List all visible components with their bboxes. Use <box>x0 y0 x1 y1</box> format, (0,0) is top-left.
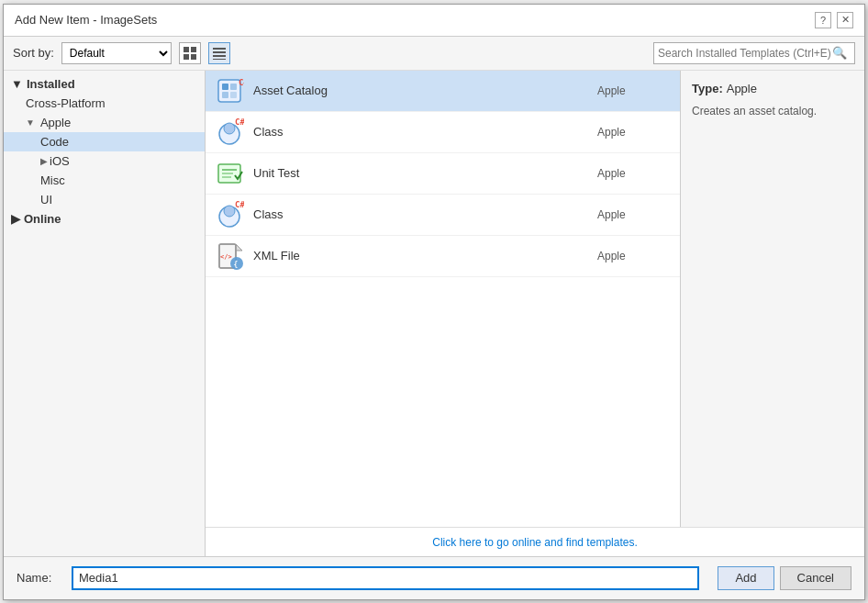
sort-select[interactable]: Default <box>61 42 172 64</box>
svg-rect-12 <box>230 92 237 98</box>
title-bar: Add New Item - ImageSets ? ✕ <box>4 5 864 37</box>
ios-arrow: ▶ <box>40 156 48 166</box>
svg-rect-0 <box>184 47 189 52</box>
item-tag-asset-catalog: Apple <box>597 84 671 97</box>
main-dialog: Add New Item - ImageSets ? ✕ Sort by: De… <box>3 4 865 600</box>
svg-text:C#: C# <box>235 117 244 127</box>
svg-rect-8 <box>218 80 240 102</box>
item-name-class2: Class <box>253 207 588 221</box>
svg-rect-1 <box>191 47 196 52</box>
class2-icon: C# <box>215 200 244 229</box>
sidebar-item-cross-platform[interactable]: Cross-Platform <box>4 94 205 113</box>
list-item[interactable]: C# Class Apple <box>206 112 680 153</box>
online-label: Online <box>24 212 61 226</box>
asset-catalog-icon: C# <box>215 76 244 106</box>
svg-rect-4 <box>213 48 226 50</box>
info-type-label: Type: <box>692 82 723 95</box>
class1-icon: C# <box>215 117 244 147</box>
online-link-bar: Click here to go online and find templat… <box>206 527 864 556</box>
svg-rect-7 <box>213 59 226 60</box>
list-item[interactable]: Unit Test Apple <box>206 153 680 195</box>
class1-svg: C# <box>215 117 244 147</box>
code-label: Code <box>40 135 69 149</box>
item-name-class1: Class <box>253 125 588 139</box>
item-tag-class1: Apple <box>597 126 671 139</box>
apple-arrow: ▼ <box>26 117 35 128</box>
sidebar-item-ios[interactable]: ▶ iOS <box>4 151 205 171</box>
svg-text:C#: C# <box>239 78 244 87</box>
help-button[interactable]: ? <box>815 12 831 28</box>
name-label: Name: <box>17 571 62 585</box>
cancel-button[interactable]: Cancel <box>780 566 851 590</box>
svg-point-22 <box>224 206 235 217</box>
online-link[interactable]: Click here to go online and find templat… <box>432 536 637 549</box>
content-panel: C# Asset Catalog Apple C# <box>206 71 681 527</box>
online-arrow: ▶ <box>11 212 20 226</box>
toolbar: Sort by: Default 🔍 <box>4 37 864 71</box>
sidebar-item-misc[interactable]: Misc <box>4 171 205 190</box>
list-view-button[interactable] <box>208 42 230 64</box>
content-area: C# Asset Catalog Apple C# <box>206 71 864 556</box>
list-item[interactable]: C# Class Apple <box>206 195 680 236</box>
close-button[interactable]: ✕ <box>837 12 853 28</box>
sidebar-item-installed[interactable]: ▼ Installed <box>4 74 205 94</box>
asset-catalog-svg: C# <box>215 76 244 106</box>
item-name-xml-file: XML File <box>253 249 588 262</box>
xml-svg: </> { } <box>215 241 244 271</box>
info-type-row: Type: Apple <box>692 82 853 95</box>
svg-text:</>: </> <box>220 253 232 261</box>
bottom-bar: Name: Add Cancel <box>4 556 864 599</box>
svg-rect-6 <box>213 55 226 57</box>
svg-marker-25 <box>236 244 242 251</box>
ios-label: iOS <box>50 154 70 168</box>
sidebar-item-ui[interactable]: UI <box>4 190 205 209</box>
main-area: ▼ Installed Cross-Platform ▼ Apple Code … <box>4 71 864 556</box>
grid-icon <box>184 47 196 60</box>
item-tag-unit-test: Apple <box>597 167 671 180</box>
info-type-value: Apple <box>727 82 757 95</box>
name-input[interactable] <box>72 566 699 590</box>
svg-rect-3 <box>191 54 196 60</box>
unit-test-svg <box>215 159 244 188</box>
unit-test-icon <box>215 159 244 188</box>
content-info-row: C# Asset Catalog Apple C# <box>206 71 864 527</box>
info-panel: Type: Apple Creates an asset catalog. <box>681 71 864 527</box>
installed-label: Installed <box>27 77 75 91</box>
installed-arrow: ▼ <box>11 77 23 91</box>
search-input[interactable] <box>658 47 832 60</box>
ui-label: UI <box>40 193 52 207</box>
item-tag-class2: Apple <box>597 208 671 221</box>
svg-rect-2 <box>184 54 189 60</box>
class2-svg: C# <box>215 200 244 229</box>
apple-label: Apple <box>40 116 71 129</box>
sidebar-item-code[interactable]: Code <box>4 132 205 151</box>
svg-point-15 <box>224 123 235 134</box>
info-description: Creates an asset catalog. <box>692 103 853 119</box>
list-item[interactable]: </> { } XML File Apple <box>206 236 680 277</box>
dialog-buttons: Add Cancel <box>718 566 851 590</box>
svg-rect-10 <box>230 84 237 90</box>
sidebar: ▼ Installed Cross-Platform ▼ Apple Code … <box>4 71 206 556</box>
item-tag-xml-file: Apple <box>597 250 671 262</box>
xml-file-icon: </> { } <box>215 241 244 271</box>
item-name-asset-catalog: Asset Catalog <box>253 84 588 97</box>
sidebar-item-online[interactable]: ▶ Online <box>4 209 205 229</box>
svg-rect-5 <box>213 51 226 53</box>
grid-view-button[interactable] <box>179 42 201 64</box>
list-icon <box>213 47 226 60</box>
cross-platform-label: Cross-Platform <box>26 96 106 110</box>
svg-text:C#: C# <box>235 200 244 209</box>
svg-rect-9 <box>222 84 228 90</box>
search-button[interactable]: 🔍 <box>832 46 847 60</box>
misc-label: Misc <box>40 173 65 187</box>
search-box: 🔍 <box>653 42 855 64</box>
add-button[interactable]: Add <box>718 566 773 590</box>
title-bar-buttons: ? ✕ <box>815 12 853 28</box>
sort-label: Sort by: <box>13 46 54 60</box>
svg-rect-11 <box>222 92 228 98</box>
item-name-unit-test: Unit Test <box>253 166 588 180</box>
sidebar-item-apple[interactable]: ▼ Apple <box>4 113 205 132</box>
list-item[interactable]: C# Asset Catalog Apple <box>206 71 680 112</box>
dialog-title: Add New Item - ImageSets <box>15 13 157 27</box>
svg-text:{ }: { } <box>234 260 245 268</box>
